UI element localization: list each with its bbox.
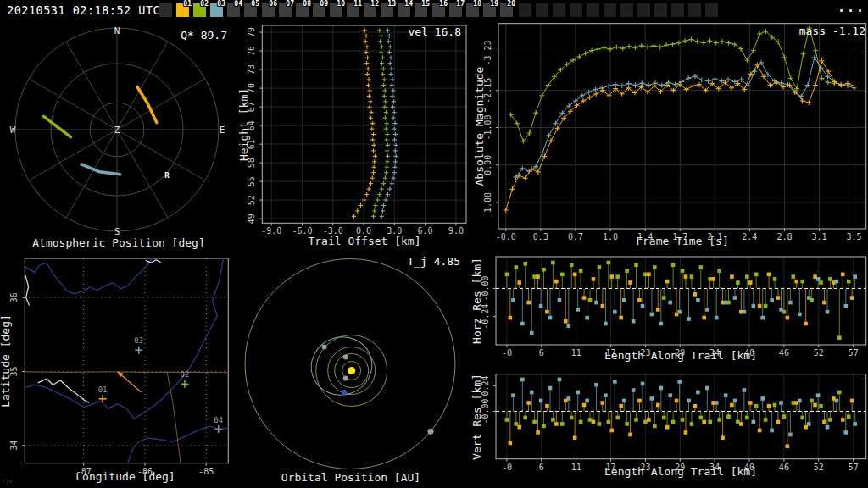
- tab-empty[interactable]: [519, 3, 531, 17]
- tab-empty[interactable]: [570, 3, 582, 17]
- tab-04[interactable]: 04: [227, 3, 240, 17]
- watermark: rjw: [2, 478, 13, 485]
- tab-18[interactable]: 18: [466, 3, 479, 17]
- tab-number: 01: [183, 0, 192, 8]
- tj-annotation: T_j 4.85: [407, 255, 460, 268]
- tab-number: 04: [234, 0, 242, 8]
- tab-02[interactable]: 02: [193, 3, 206, 17]
- dashboard-canvas: -9.0-6.0-3.00.03.06.09.04952555861646770…: [0, 20, 868, 488]
- tab-14[interactable]: 14: [398, 3, 410, 17]
- tab-number: 03: [217, 0, 225, 8]
- tab-11[interactable]: 11: [347, 3, 359, 17]
- tab-number: 14: [404, 0, 413, 8]
- compass-west-label: W: [10, 125, 16, 136]
- compass-east-label: E: [220, 125, 225, 136]
- svg-text:-3.23: -3.23: [483, 40, 492, 65]
- tab-number: 02: [200, 0, 209, 8]
- svg-text:3.1: 3.1: [812, 232, 827, 241]
- tab-16[interactable]: 16: [432, 3, 445, 17]
- tab-number: 08: [303, 0, 311, 8]
- ground-map-plot: -87-86-8534353601020304: [9, 258, 228, 476]
- tab-number: 10: [337, 0, 345, 8]
- tab-empty[interactable]: [705, 3, 718, 17]
- tab-number: 13: [387, 0, 396, 8]
- svg-text:34: 34: [9, 441, 19, 451]
- tab-strip: 0102030405060708091011121314151617181920: [0, 0, 868, 20]
- overflow-menu[interactable]: ...: [837, 0, 865, 15]
- tab-19[interactable]: 19: [483, 3, 496, 17]
- tab-number: 18: [473, 0, 481, 8]
- orbital-position-plot: [245, 259, 455, 469]
- compass-north-label: N: [114, 25, 120, 36]
- svg-text:57: 57: [849, 348, 859, 358]
- tab-empty[interactable]: [587, 3, 599, 17]
- tab-blank[interactable]: [159, 3, 172, 17]
- svg-text:3.5: 3.5: [847, 232, 862, 241]
- tab-empty[interactable]: [637, 3, 650, 17]
- svg-text:76: 76: [247, 46, 256, 56]
- tab-empty[interactable]: [688, 3, 701, 17]
- tab-20[interactable]: 20: [500, 3, 513, 17]
- svg-text:52: 52: [247, 195, 256, 205]
- mass-annotation: mass -1.12: [799, 25, 865, 37]
- tab-number: 07: [286, 0, 294, 8]
- zenith-label: Z: [114, 125, 120, 136]
- svg-text:46: 46: [779, 348, 789, 358]
- tab-empty[interactable]: [654, 3, 667, 17]
- tab-number: 06: [269, 0, 277, 8]
- vel-annotation: vel 16.8: [408, 25, 461, 38]
- tab-empty[interactable]: [536, 3, 548, 17]
- radiant-marker: R: [164, 171, 170, 180]
- q-annotation: Q* 89.7: [181, 29, 227, 42]
- tab-empty[interactable]: [553, 3, 565, 17]
- svg-text:2.8: 2.8: [776, 232, 792, 241]
- vert-residual-plot: -061117232934404652570.24-0.00: [481, 374, 866, 472]
- tab-empty[interactable]: [671, 3, 684, 17]
- tab-number: 15: [421, 0, 430, 8]
- horz-residual-plot: -06111723293440465257-0.00-0.24: [481, 257, 866, 358]
- svg-text:2.4: 2.4: [742, 232, 757, 241]
- vert-res-xlabel: Length Along Trail [km]: [604, 465, 757, 478]
- horz-res-ylabel: Horz Res [km]: [470, 258, 483, 344]
- svg-text:57: 57: [849, 463, 859, 472]
- svg-text:1.08: 1.08: [483, 192, 492, 213]
- tab-06[interactable]: 06: [262, 3, 275, 17]
- tab-13[interactable]: 13: [381, 3, 393, 17]
- svg-text:-0: -0: [502, 463, 512, 472]
- svg-text:73: 73: [247, 64, 256, 75]
- tab-10[interactable]: 10: [330, 3, 342, 17]
- vert-res-ylabel: Vert Res [km]: [470, 374, 483, 460]
- svg-text:9.0: 9.0: [448, 226, 464, 236]
- map-xlabel: Longitude [deg]: [75, 470, 175, 483]
- tab-03[interactable]: 03: [210, 3, 223, 17]
- svg-text:11: 11: [571, 348, 581, 358]
- svg-text:1.0: 1.0: [603, 232, 618, 241]
- tab-07[interactable]: 07: [279, 3, 292, 17]
- tab-09[interactable]: 09: [313, 3, 326, 17]
- magnitude-ylabel: Absolute Magnitude: [473, 66, 486, 186]
- orbit-title: Orbital Position [AU]: [281, 471, 420, 484]
- svg-text:52: 52: [814, 463, 824, 472]
- tab-01[interactable]: 01: [176, 3, 189, 17]
- tab-12[interactable]: 12: [364, 3, 376, 17]
- svg-text:49: 49: [247, 214, 256, 224]
- svg-text:02: 02: [181, 370, 190, 379]
- svg-text:11: 11: [571, 463, 581, 472]
- svg-text:0.7: 0.7: [568, 232, 583, 241]
- tab-05[interactable]: 05: [244, 3, 257, 17]
- tab-number: 05: [251, 0, 259, 8]
- horz-res-xlabel: Length Along Trail [km]: [604, 349, 757, 362]
- tab-17[interactable]: 17: [449, 3, 462, 17]
- light-curve-plot: -0.00.30.71.01.41.72.12.42.83.13.51.080.…: [483, 24, 866, 241]
- svg-text:03: 03: [134, 336, 143, 345]
- tab-empty[interactable]: [604, 3, 616, 17]
- tab-08[interactable]: 08: [296, 3, 309, 17]
- trail-offset-plot: -9.0-6.0-3.00.03.06.09.04952555861646770…: [247, 25, 466, 236]
- svg-text:04: 04: [214, 416, 223, 424]
- meteor-dashboard: 20210531 02:18:52 UTC 010203040506070809…: [0, 0, 868, 488]
- tab-number: 19: [490, 0, 498, 8]
- svg-text:6: 6: [539, 348, 544, 358]
- tab-empty[interactable]: [620, 3, 633, 17]
- tab-15[interactable]: 15: [415, 3, 427, 17]
- trail-xlabel: Trail Offset [km]: [308, 235, 420, 247]
